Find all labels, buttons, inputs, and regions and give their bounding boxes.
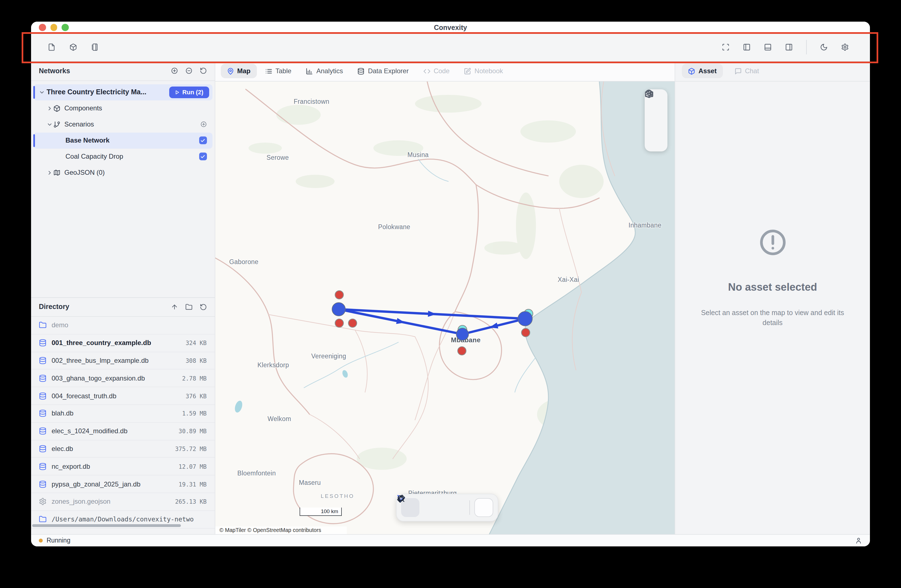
network-node-bus[interactable] xyxy=(518,311,532,326)
moon-icon[interactable] xyxy=(820,43,828,51)
gear-icon[interactable] xyxy=(841,43,849,51)
tab-analytics[interactable]: Analytics xyxy=(299,64,349,78)
chat-bubble-icon xyxy=(734,68,742,75)
scenarios-branch-icon xyxy=(53,121,61,128)
screen: Convexity Networ xyxy=(0,0,901,588)
directory-row[interactable]: demo xyxy=(31,317,214,334)
add-scenario-icon[interactable] xyxy=(200,121,207,128)
directory-row[interactable]: 002_three_bus_lmp_example.db 308 KB xyxy=(31,352,214,370)
folder-icon xyxy=(39,321,47,329)
main-content: Networks Three Country Electricity Ma... xyxy=(31,62,870,534)
edge-direction-arrow xyxy=(427,310,436,317)
gear-icon xyxy=(39,498,47,505)
right-tabbar: Asset Chat xyxy=(675,62,870,81)
ruler-tool-icon[interactable] xyxy=(447,498,465,517)
selection-accent xyxy=(33,134,35,147)
chevron-right-icon[interactable] xyxy=(45,170,53,176)
database-icon xyxy=(357,68,365,75)
refresh-networks-icon[interactable] xyxy=(200,67,207,75)
network-node-load[interactable] xyxy=(348,319,357,327)
file-name: 003_ghana_togo_expansion.db xyxy=(51,374,145,382)
map-toolbar xyxy=(396,493,498,521)
tab-code[interactable]: Code xyxy=(417,64,455,78)
file-size: 19.31 MB xyxy=(174,481,207,487)
scenario-label: Coal Capacity Drop xyxy=(65,153,123,160)
database-icon xyxy=(39,357,47,365)
file-size: 375.72 MB xyxy=(171,445,207,452)
directory-row[interactable]: pypsa_gb_zonal_2025_jan.db 19.31 MB xyxy=(31,476,214,493)
chevron-right-icon[interactable] xyxy=(45,105,53,111)
remove-network-icon[interactable] xyxy=(185,67,192,75)
tab-notebook[interactable]: Notebook xyxy=(458,64,509,78)
file-name: elec.db xyxy=(51,445,73,453)
network-node-load[interactable] xyxy=(335,319,343,327)
directory-row[interactable]: elec.db 375.72 MB xyxy=(31,440,214,458)
scenario-checkbox[interactable] xyxy=(199,136,207,144)
notebook-pen-icon xyxy=(464,68,471,75)
folder-icon[interactable] xyxy=(185,303,192,310)
sidebar: Networks Three Country Electricity Ma... xyxy=(31,62,215,534)
tab-map[interactable]: Map xyxy=(221,64,257,78)
directory-row[interactable]: 004_forecast_truth.db 376 KB xyxy=(31,387,214,405)
lasso-tool-icon[interactable] xyxy=(424,498,443,517)
directory-row[interactable]: blah.db 1.59 MB xyxy=(31,405,214,423)
tree-item-geojson[interactable]: GeoJSON (0) xyxy=(33,164,212,181)
directory-row[interactable]: zones_json.geojson 265.13 KB xyxy=(31,493,214,511)
directory-row[interactable]: 003_ghana_togo_expansion.db 2.78 MB xyxy=(31,370,214,387)
minimize-window-button[interactable] xyxy=(50,24,57,31)
empty-state-title: No asset selected xyxy=(728,281,817,293)
panel-left-icon[interactable] xyxy=(743,43,751,51)
network-root-row[interactable]: Three Country Electricity Ma... Run (2) xyxy=(33,84,212,100)
titlebar: Convexity xyxy=(31,22,870,33)
file-icon[interactable] xyxy=(48,43,56,51)
toolbar-right-group xyxy=(722,40,849,55)
user-icon[interactable] xyxy=(855,537,862,544)
fullscreen-icon[interactable] xyxy=(722,43,730,51)
network-overlay[interactable] xyxy=(215,81,675,534)
close-window-button[interactable] xyxy=(39,24,46,31)
window-title: Convexity xyxy=(434,23,467,31)
directory-list: demo 001_three_country_example.db 324 KB xyxy=(31,317,214,529)
tab-notebook-label: Notebook xyxy=(475,67,503,75)
refresh-directory-icon[interactable] xyxy=(200,303,207,310)
search-tool-icon[interactable] xyxy=(474,498,493,517)
panel-bottom-icon[interactable] xyxy=(764,43,772,51)
alert-circle-icon xyxy=(758,228,787,259)
scenario-row[interactable]: Coal Capacity Drop xyxy=(33,148,212,164)
scenario-checkbox[interactable] xyxy=(199,153,207,160)
directory-row[interactable]: nc_export.db 12.07 MB xyxy=(31,458,214,476)
network-node-load[interactable] xyxy=(457,346,466,355)
map-canvas[interactable]: FrancistownSeroweMusinaPolokwaneGaborone… xyxy=(215,81,675,534)
horizontal-scrollbar[interactable] xyxy=(32,524,181,527)
network-node-bus[interactable] xyxy=(456,328,468,340)
zoom-window-button[interactable] xyxy=(62,24,69,31)
network-node-load[interactable] xyxy=(521,328,530,337)
chevron-down-icon[interactable] xyxy=(45,121,53,127)
list-icon xyxy=(265,68,272,75)
database-icon xyxy=(39,463,47,470)
tab-chat[interactable]: Chat xyxy=(728,64,765,78)
scale-label: 100 km xyxy=(321,508,338,514)
tree-item-components[interactable]: Components xyxy=(33,100,212,116)
file-name: 001_three_country_example.db xyxy=(51,339,151,347)
tab-asset[interactable]: Asset xyxy=(682,64,723,78)
database-icon xyxy=(39,392,47,400)
notebook-icon[interactable] xyxy=(91,43,99,51)
tab-data-explorer[interactable]: Data Explorer xyxy=(351,64,415,78)
directory-row[interactable]: elec_s_1024_modified.db 30.89 MB xyxy=(31,423,214,440)
chevron-down-icon[interactable] xyxy=(38,89,45,95)
tab-table[interactable]: Table xyxy=(259,64,298,78)
run-button[interactable]: Run (2) xyxy=(169,86,209,98)
scenario-row[interactable]: Base Network xyxy=(33,132,212,148)
panel-right-icon[interactable] xyxy=(785,43,793,51)
package-icon[interactable] xyxy=(69,43,77,51)
network-node-bus[interactable] xyxy=(332,302,345,316)
add-network-icon[interactable] xyxy=(171,67,178,75)
tree-item-scenarios[interactable]: Scenarios xyxy=(33,116,212,132)
file-size: 30.89 MB xyxy=(174,428,207,434)
attribution-text: © MapTiler © OpenStreetMap contributors xyxy=(220,527,321,533)
arrow-up-icon[interactable] xyxy=(171,303,178,310)
directory-row[interactable]: 001_three_country_example.db 324 KB xyxy=(31,334,214,352)
status-dot xyxy=(39,539,43,543)
network-node-load[interactable] xyxy=(335,290,343,299)
